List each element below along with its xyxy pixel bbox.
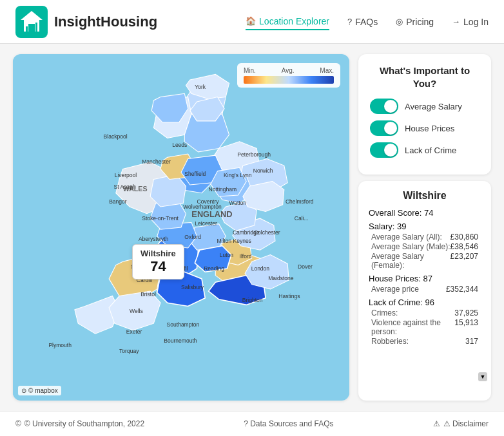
svg-text:Reading: Reading — [204, 265, 224, 272]
header: InsightHousing 🏠 Location Explorer ? FAQ… — [0, 0, 504, 44]
main-nav: 🏠 Location Explorer ? FAQs ◎ Pricing → L… — [246, 14, 489, 30]
stat-salary-female: Average Salary (Female): £23,207 — [369, 252, 478, 270]
toggle-label-crime: Lack of Crime — [405, 146, 456, 155]
svg-text:ENGLAND: ENGLAND — [191, 209, 232, 219]
stat-section-overall: Overall Score: 74 — [369, 208, 478, 218]
legend-bar — [244, 76, 334, 84]
svg-text:Leicester: Leicester — [195, 220, 217, 227]
stats-region-name: Wiltshire — [369, 190, 481, 202]
stat-section-house-prices: House Prices: 87 Average price £352,344 — [369, 274, 478, 294]
copyright-icon: © — [15, 419, 21, 428]
svg-text:Ilford: Ilford — [240, 253, 252, 260]
toggle-row-crime: Lack of Crime — [370, 142, 480, 158]
svg-text:Colchester: Colchester — [254, 229, 280, 236]
wiltshire-tooltip: Wiltshire 74 — [132, 244, 184, 280]
svg-text:Luton: Luton — [220, 252, 234, 258]
svg-text:Hastings: Hastings — [278, 293, 300, 299]
svg-rect-4 — [26, 26, 28, 32]
login-icon: → — [452, 17, 460, 26]
svg-text:London: London — [251, 265, 270, 272]
stat-violence: Violence against the person: 15,913 — [369, 318, 478, 336]
svg-rect-7 — [35, 23, 37, 32]
nav-login[interactable]: → Log In — [452, 14, 489, 30]
toggle-label-salary: Average Salary — [405, 102, 462, 111]
legend-labels: Min. Avg. Max. — [244, 67, 334, 74]
nav-location-explorer[interactable]: 🏠 Location Explorer — [246, 14, 329, 30]
toggle-lack-of-crime[interactable] — [370, 142, 398, 158]
svg-text:Liverpool: Liverpool — [115, 172, 137, 178]
stat-salary-male: Average Salary (Male): £38,546 — [369, 242, 478, 251]
footer-copyright: © © University of Southampton, 2022 — [15, 419, 144, 428]
svg-text:Maidstone: Maidstone — [268, 275, 294, 281]
stat-section-crime: Lack of Crime: 96 Crimes: 37,925 Violenc… — [369, 298, 478, 346]
svg-text:Blackpool: Blackpool — [104, 133, 128, 140]
toggle-house-prices[interactable] — [370, 120, 398, 136]
svg-text:Bournemouth: Bournemouth — [164, 337, 197, 344]
stat-salary-all: Average Salary (All): £30,860 — [369, 232, 478, 242]
stat-section-salary: Salary: 39 Average Salary (All): £30,860… — [369, 222, 478, 270]
stat-house-main: House Prices: 87 — [369, 274, 478, 283]
svg-rect-5 — [29, 24, 31, 32]
svg-rect-6 — [32, 25, 34, 32]
toggle-average-salary[interactable] — [370, 99, 398, 114]
stats-scrollable[interactable]: Overall Score: 74 Salary: 39 Average Sal… — [369, 208, 481, 350]
map-legend: Min. Avg. Max. — [237, 63, 340, 88]
stats-card: Wiltshire Overall Score: 74 Salary: 39 — [358, 181, 491, 401]
importance-card: What's Important to You? Average Salary … — [358, 54, 491, 175]
footer-data-sources[interactable]: ? Data Sources and FAQs — [244, 419, 333, 428]
svg-marker-28 — [150, 175, 186, 207]
toggle-row-salary: Average Salary — [370, 99, 480, 114]
svg-text:Watton: Watton — [229, 200, 247, 206]
logo-icon — [15, 6, 48, 38]
svg-text:York: York — [195, 84, 206, 90]
right-panel: What's Important to You? Average Salary … — [349, 54, 491, 401]
svg-text:Milton Keynes: Milton Keynes — [217, 238, 251, 245]
footer-disclaimer[interactable]: ⚠ ⚠ Disclaimer — [433, 419, 489, 428]
svg-text:Peterborough: Peterborough — [237, 151, 271, 158]
warning-icon: ⚠ — [433, 419, 440, 428]
stat-crime-main: Lack of Crime: 96 — [369, 298, 478, 307]
svg-text:Chelmsford: Chelmsford — [286, 198, 314, 205]
svg-text:Bristol: Bristol — [141, 291, 156, 298]
svg-text:Leeds: Leeds — [172, 142, 187, 148]
logo-text: InsightHousing — [54, 14, 157, 30]
svg-text:Aberystwyth: Aberystwyth — [139, 236, 169, 242]
svg-text:Southampton: Southampton — [167, 321, 200, 328]
wiltshire-label: Wiltshire — [141, 249, 176, 258]
stat-salary-main: Salary: 39 — [369, 222, 478, 231]
scroll-indicator: ▼ — [478, 372, 487, 381]
map-container[interactable]: WALES ENGLAND York Blackpool Leeds Manch… — [13, 54, 349, 401]
main-content: WALES ENGLAND York Blackpool Leeds Manch… — [0, 44, 504, 411]
nav-faqs[interactable]: ? FAQs — [347, 14, 378, 30]
england-map-svg: WALES ENGLAND York Blackpool Leeds Manch… — [13, 54, 349, 401]
svg-text:Wolverhampton: Wolverhampton — [183, 204, 222, 210]
logo-area: InsightHousing — [15, 6, 246, 38]
svg-text:Nottingham: Nottingham — [209, 186, 237, 193]
map-background: WALES ENGLAND York Blackpool Leeds Manch… — [13, 54, 349, 401]
svg-text:Coventry: Coventry — [197, 198, 220, 205]
mapbox-logo-icon: ⊙ — [21, 387, 26, 394]
svg-text:Torquay: Torquay — [119, 348, 139, 354]
svg-text:Brighton: Brighton — [242, 297, 263, 303]
svg-text:Sheffield: Sheffield — [184, 171, 206, 177]
home-icon: 🏠 — [246, 16, 256, 26]
stat-avg-price: Average price £352,344 — [369, 285, 478, 294]
svg-text:Plymouth: Plymouth — [48, 342, 72, 348]
nav-pricing[interactable]: ◎ Pricing — [396, 14, 434, 30]
stat-robberies: Robberies: 317 — [369, 337, 478, 346]
wiltshire-score: 74 — [141, 258, 176, 275]
svg-text:King's Lynn: King's Lynn — [224, 172, 252, 178]
toggle-label-house-prices: House Prices — [405, 124, 454, 133]
svg-text:Stoke-on-Trent: Stoke-on-Trent — [142, 215, 179, 222]
question-icon: ? — [347, 17, 352, 26]
svg-text:Bangor: Bangor — [109, 198, 127, 205]
svg-text:Norwich: Norwich — [253, 167, 273, 174]
svg-text:Manchester: Manchester — [142, 158, 171, 165]
stat-overall-main: Overall Score: 74 — [369, 208, 478, 218]
importance-title: What's Important to You? — [370, 64, 480, 90]
toggle-row-house-prices: House Prices — [370, 120, 480, 136]
svg-text:Dover: Dover — [298, 263, 313, 270]
svg-text:St Asaph: St Asaph — [114, 184, 136, 190]
svg-text:Exeter: Exeter — [126, 328, 142, 335]
circle-icon: ◎ — [396, 17, 403, 26]
